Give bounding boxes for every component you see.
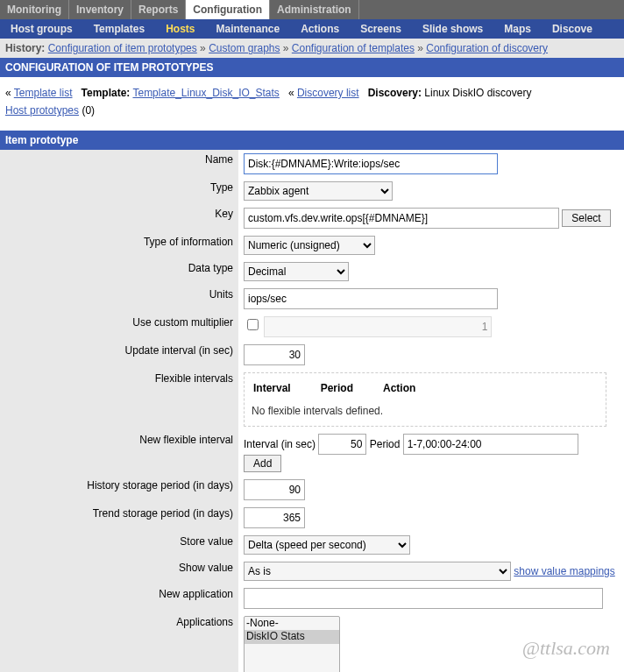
new-application-input[interactable] xyxy=(244,588,603,609)
label-newflex: New flexible interval xyxy=(0,430,238,476)
store-value-select[interactable]: Delta (speed per second) xyxy=(244,535,410,555)
label-apps: Applications xyxy=(0,612,238,672)
top-nav: MonitoringInventoryReportsConfigurationA… xyxy=(0,0,624,19)
sub-nav-host-groups[interactable]: Host groups xyxy=(0,19,83,39)
watermark: @ttlsa.com xyxy=(522,637,610,660)
top-nav-reports[interactable]: Reports xyxy=(131,0,186,19)
sub-nav: Host groupsTemplatesHostsMaintenanceActi… xyxy=(0,19,624,39)
top-nav-inventory[interactable]: Inventory xyxy=(69,0,131,19)
select-button[interactable]: Select xyxy=(562,209,610,227)
flex-col-interval: Interval xyxy=(252,380,317,396)
section-header: Item prototype xyxy=(0,131,624,150)
sub-nav-hosts[interactable]: Hosts xyxy=(155,19,205,39)
history-link[interactable]: Configuration of discovery xyxy=(426,42,548,54)
add-button[interactable]: Add xyxy=(244,455,281,472)
units-input[interactable] xyxy=(244,288,498,309)
label-store: Store value xyxy=(0,532,238,558)
history-link[interactable]: Configuration of item prototypes xyxy=(48,42,197,54)
page-header: CONFIGURATION OF ITEM PROTOTYPES xyxy=(0,58,624,77)
sub-nav-actions[interactable]: Actions xyxy=(290,19,350,39)
applications-select[interactable]: -None-DiskIO Stats xyxy=(244,616,340,672)
breadcrumb: « Template list Template: Template_Linux… xyxy=(0,77,624,127)
template-list-link[interactable]: Template list xyxy=(14,87,73,99)
label-data-type: Data type xyxy=(0,258,238,285)
history-input[interactable] xyxy=(244,479,305,500)
flexible-intervals-box: Interval Period Action No flexible inter… xyxy=(244,372,606,427)
host-prototypes-link[interactable]: Host prototypes xyxy=(5,104,79,117)
sub-nav-slide-shows[interactable]: Slide shows xyxy=(412,19,493,39)
label-update: Update interval (in sec) xyxy=(0,341,238,369)
show-value-select[interactable]: As is xyxy=(244,562,511,581)
data-type-select[interactable]: Decimal xyxy=(244,262,349,281)
label-units: Units xyxy=(0,285,238,313)
newflex-period-input[interactable] xyxy=(403,434,578,455)
top-nav-administration[interactable]: Administration xyxy=(270,0,359,19)
label-multiplier: Use custom multiplier xyxy=(0,313,238,341)
label-name: Name xyxy=(0,150,238,178)
type-info-select[interactable]: Numeric (unsigned) xyxy=(244,236,375,255)
newflex-interval-input[interactable] xyxy=(318,434,366,455)
top-nav-monitoring[interactable]: Monitoring xyxy=(0,0,69,19)
show-value-mappings-link[interactable]: show value mappings xyxy=(514,565,614,577)
label-trend: Trend storage period (in days) xyxy=(0,504,238,532)
label-type-info: Type of information xyxy=(0,232,238,258)
label-newapp: New application xyxy=(0,584,238,612)
sub-nav-templates[interactable]: Templates xyxy=(83,19,155,39)
item-prototype-form: Name Type Zabbix agent Key Select Type o… xyxy=(0,150,624,672)
multiplier-input xyxy=(264,316,492,337)
discovery-list-link[interactable]: Discovery list xyxy=(297,87,359,99)
label-show: Show value xyxy=(0,558,238,584)
template-link[interactable]: Template_Linux_Disk_IO_Stats xyxy=(132,87,279,99)
label-flex: Flexible intervals xyxy=(0,369,238,430)
top-nav-configuration[interactable]: Configuration xyxy=(186,0,270,19)
type-select[interactable]: Zabbix agent xyxy=(244,181,393,201)
name-input[interactable] xyxy=(244,153,498,174)
history-link[interactable]: Configuration of templates xyxy=(292,42,415,54)
sub-nav-screens[interactable]: Screens xyxy=(350,19,412,39)
flex-none-msg: No flexible intervals defined. xyxy=(250,398,600,421)
flex-col-period: Period xyxy=(319,380,379,396)
key-input[interactable] xyxy=(244,208,559,229)
update-interval-input[interactable] xyxy=(244,344,305,365)
label-type: Type xyxy=(0,178,238,204)
sub-nav-maps[interactable]: Maps xyxy=(493,19,542,39)
history-link[interactable]: Custom graphs xyxy=(209,42,280,54)
label-history: History storage period (in days) xyxy=(0,476,238,504)
trend-input[interactable] xyxy=(244,507,305,528)
sub-nav-maintenance[interactable]: Maintenance xyxy=(205,19,290,39)
flex-col-action: Action xyxy=(381,380,442,396)
history-bar: History: Configuration of item prototype… xyxy=(0,39,624,58)
multiplier-checkbox[interactable] xyxy=(247,319,259,330)
sub-nav-discove[interactable]: Discove xyxy=(542,19,603,39)
label-key: Key xyxy=(0,204,238,232)
